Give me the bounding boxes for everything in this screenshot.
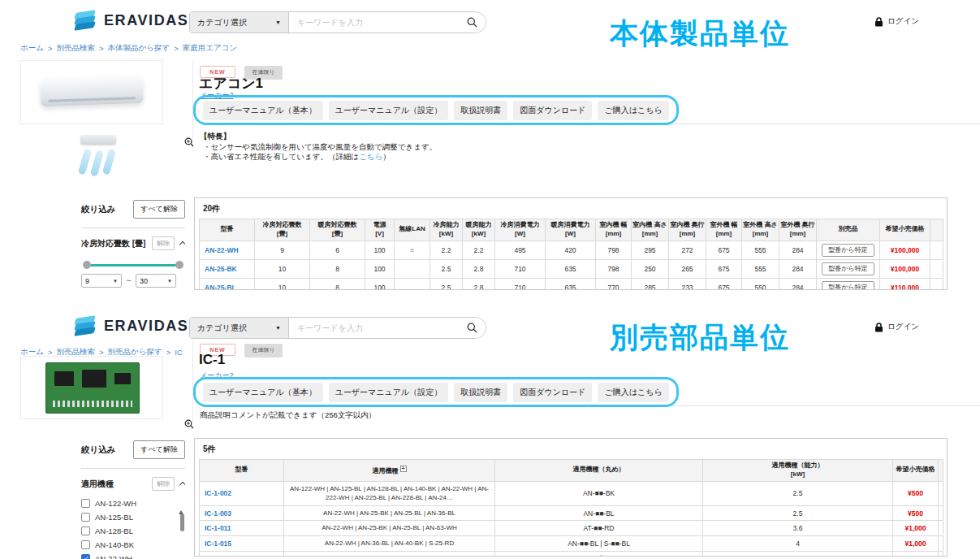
model-link[interactable]: IC-1-002 — [205, 489, 231, 497]
search-button[interactable] — [458, 318, 486, 338]
breadcrumb-home[interactable]: ホーム — [20, 43, 44, 54]
cell: 250 — [632, 259, 669, 278]
product-thumbnail[interactable] — [75, 135, 122, 177]
checkbox-label: AN-122-WH — [95, 499, 136, 508]
identify-by-model-button[interactable]: 型番から特定 — [822, 281, 874, 290]
cell: 10 — [255, 278, 310, 290]
price-cell: ¥1,000 — [893, 551, 939, 557]
user-manual-basic-button[interactable]: ユーザーマニュアル（基本） — [203, 383, 323, 402]
login-link[interactable]: ログイン — [874, 322, 919, 332]
scroll-up-icon[interactable] — [179, 496, 183, 514]
col-applicable-models: 適用機種+ — [284, 460, 495, 482]
capacity-cell: 3.6 — [703, 521, 893, 536]
expand-columns-icon[interactable]: + — [400, 466, 407, 472]
list-item[interactable]: AN-128-BL — [81, 524, 185, 538]
collapse-chevron-icon[interactable] — [179, 241, 185, 248]
category-select[interactable]: カテゴリ選択 ▼ — [190, 318, 289, 338]
breadcrumb-accessory-search[interactable]: 別売品検索 — [57, 43, 96, 54]
checkbox-unchecked-icon[interactable] — [81, 526, 90, 535]
brand-logo[interactable]: ERAVIDAS — [75, 11, 188, 31]
col-model: 型番 — [200, 460, 284, 482]
list-item[interactable]: AN-125-BL — [81, 510, 185, 524]
range-slider[interactable] — [83, 261, 183, 269]
drawing-download-button[interactable]: 図面ダウンロード — [513, 101, 592, 120]
zoom-image-button[interactable] — [184, 418, 194, 432]
breadcrumb-search-by-product[interactable]: 本体製品から探す — [108, 43, 171, 54]
model-link[interactable]: AN-25-BL — [205, 284, 236, 290]
cell: 233 — [669, 278, 706, 290]
model-link[interactable]: IC-1-011 — [205, 524, 231, 532]
header-row: 型番 冷房対応畳数[畳] 暖房対応畳数[畳] 電源[V] 無線LAN 冷房能力[… — [200, 219, 943, 241]
checkbox-checked-icon[interactable]: ✓ — [81, 554, 90, 559]
header-label: 適用機種（能力） — [704, 462, 891, 470]
identify-by-model-button[interactable]: 型番から特定 — [822, 262, 874, 275]
range-min-select[interactable]: 9 ▼ — [81, 274, 122, 288]
header-label: 暖房対応畳数 — [311, 221, 364, 230]
instruction-manual-button[interactable]: 取扱説明書 — [454, 101, 507, 120]
model-link[interactable]: IC-1-015 — [205, 540, 231, 548]
header-label: 冷房消費電力 — [496, 221, 544, 230]
header-label: 室外機 奥行 — [780, 221, 815, 230]
cell — [930, 240, 943, 259]
cell: 10 — [255, 259, 310, 278]
price-cell: ¥500 — [893, 505, 939, 521]
brand-logo[interactable]: ERAVIDAS — [75, 316, 188, 336]
clear-filter-button[interactable]: 解除 — [152, 477, 175, 491]
checkbox-unchecked-icon[interactable] — [81, 499, 90, 508]
list-item[interactable]: ✓ AN-22-WH — [81, 552, 185, 559]
checkbox-unchecked-icon[interactable] — [81, 513, 90, 522]
table-row: IC-1-020 AN-22-WH | AN-25-BK | AN-40-WH … — [200, 551, 943, 557]
rounded-models-cell: AT-■■-WH | S-■■-RD — [495, 551, 703, 557]
document-links-highlight-frame: ユーザーマニュアル（基本） ユーザーマニュアル（設定） 取扱説明書 図面ダウンロ… — [193, 95, 679, 125]
instruction-manual-button[interactable]: 取扱説明書 — [454, 383, 507, 402]
document-links-highlight-frame: ユーザーマニュアル（基本） ユーザーマニュアル（設定） 取扱説明書 図面ダウンロ… — [193, 377, 679, 407]
login-link[interactable]: ログイン — [874, 16, 919, 27]
price-cell: ¥1,000 — [893, 535, 939, 551]
col-heating-tatami: 暖房対応畳数[畳] — [310, 219, 365, 241]
zoom-image-button[interactable] — [184, 136, 194, 150]
slider-handle-min[interactable] — [83, 261, 91, 269]
header-unit: [畳] — [256, 230, 309, 239]
rounded-models-cell: AN-■■-BL — [495, 505, 703, 521]
scrollbar-thumb[interactable] — [180, 514, 184, 531]
identify-by-model-button[interactable]: 型番から特定 — [822, 244, 874, 257]
user-manual-basic-button[interactable]: ユーザーマニュアル（基本） — [203, 101, 323, 120]
collapse-chevron-icon[interactable] — [179, 482, 185, 488]
keyword-search-input[interactable] — [289, 12, 458, 32]
search-button[interactable] — [458, 12, 486, 32]
clear-all-filters-button[interactable]: すべて解除 — [133, 200, 185, 219]
list-scrollbar[interactable] — [179, 496, 185, 559]
range-max-select[interactable]: 30 ▼ — [136, 274, 176, 288]
list-item[interactable]: AN-122-WH — [81, 496, 185, 510]
range-separator: ～ — [125, 275, 132, 286]
cell: 675 — [706, 259, 742, 278]
cell — [939, 551, 943, 557]
detail-link[interactable]: こちら — [359, 152, 382, 161]
header-unit: [kW] — [431, 230, 461, 239]
slider-handle-max[interactable] — [175, 261, 183, 269]
list-item[interactable]: AN-140-BK — [81, 538, 185, 552]
keyword-search-input[interactable] — [289, 318, 458, 338]
cell: 9 — [255, 240, 310, 259]
checkbox-unchecked-icon[interactable] — [81, 540, 90, 549]
filter-group-header[interactable]: 冷房対応畳数 [畳] 解除 — [81, 236, 185, 250]
purchase-button[interactable]: ご購入はこちら — [598, 383, 668, 402]
clear-all-filters-button[interactable]: すべて解除 — [133, 440, 185, 459]
drawing-download-button[interactable]: 図面ダウンロード — [513, 383, 592, 402]
category-select[interactable]: カテゴリ選択 ▼ — [190, 12, 289, 32]
search-bar: カテゴリ選択 ▼ — [189, 317, 486, 339]
purchase-button[interactable]: ご購入はこちら — [598, 101, 668, 120]
eravidas-logo-icon — [75, 316, 97, 336]
model-link[interactable]: IC-1-003 — [205, 509, 231, 518]
model-link[interactable]: AN-22-WH — [205, 246, 239, 254]
model-link[interactable]: AN-25-BK — [205, 265, 237, 273]
cell: 285 — [632, 278, 669, 290]
user-manual-settings-button[interactable]: ユーザーマニュアル（設定） — [329, 101, 449, 120]
breadcrumb-home-aircon[interactable]: 家庭用エアコン — [183, 43, 237, 54]
header-label: 希望小売価格 — [881, 225, 929, 234]
clear-filter-button[interactable]: 解除 — [152, 236, 175, 250]
breadcrumb-ic[interactable]: IC — [175, 348, 183, 357]
user-manual-settings-button[interactable]: ユーザーマニュアル（設定） — [329, 383, 449, 402]
filter-group-header[interactable]: 適用機種 解除 — [81, 477, 185, 491]
model-link[interactable]: IC-1-020 — [205, 554, 231, 557]
